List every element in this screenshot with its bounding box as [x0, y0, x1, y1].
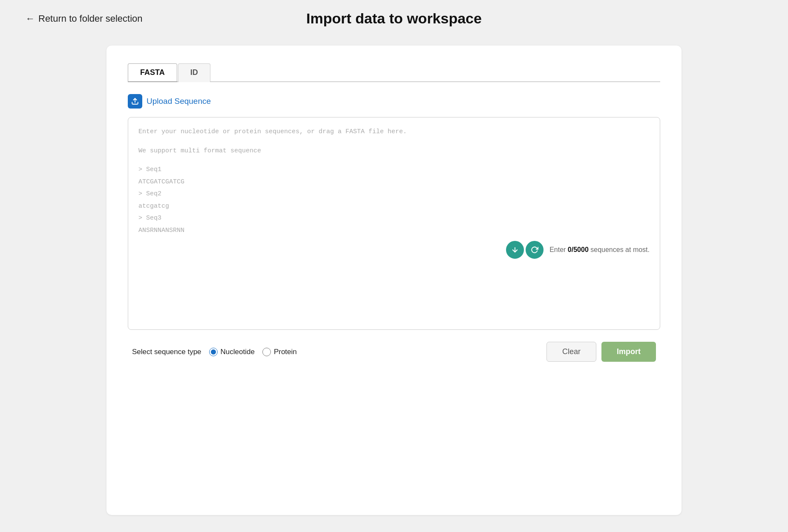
textarea-icon-buttons — [506, 241, 544, 259]
download-sequences-button[interactable] — [506, 241, 524, 259]
clear-button[interactable]: Clear — [546, 342, 596, 362]
tab-id[interactable]: ID — [178, 63, 210, 82]
textarea-placeholder: Enter your nucleotide or protein sequenc… — [138, 126, 650, 237]
page-title: Import data to workspace — [306, 10, 482, 27]
sequence-type-section: Select sequence type Nucleotide Protein — [132, 348, 297, 356]
page-header: ← Return to folder selection Import data… — [0, 0, 788, 37]
upload-icon — [128, 94, 142, 109]
tab-fasta[interactable]: FASTA — [128, 63, 177, 82]
import-card: FASTA ID Upload Sequence Enter your nucl… — [106, 46, 682, 515]
nucleotide-radio-label[interactable]: Nucleotide — [209, 348, 255, 356]
tab-bar: FASTA ID — [128, 63, 660, 82]
upload-sequence-label: Upload Sequence — [147, 97, 211, 106]
back-arrow-icon: ← — [26, 13, 35, 24]
main-content: FASTA ID Upload Sequence Enter your nucl… — [0, 37, 788, 532]
footer-bar: Select sequence type Nucleotide Protein … — [128, 342, 660, 362]
import-button[interactable]: Import — [601, 342, 656, 362]
action-buttons: Clear Import — [546, 342, 656, 362]
protein-radio-label[interactable]: Protein — [262, 348, 297, 356]
sequence-count: Enter 0/5000 sequences at most. — [549, 246, 650, 254]
refresh-button[interactable] — [526, 241, 544, 259]
seq-type-label: Select sequence type — [132, 348, 201, 356]
back-link[interactable]: ← Return to folder selection — [26, 13, 143, 24]
protein-label: Protein — [274, 348, 297, 356]
protein-radio[interactable] — [262, 348, 271, 356]
back-label: Return to folder selection — [38, 13, 143, 24]
sequence-input-area: Enter your nucleotide or protein sequenc… — [128, 117, 660, 330]
nucleotide-label: Nucleotide — [221, 348, 255, 356]
textarea-bottom-bar: Enter 0/5000 sequences at most. — [138, 241, 650, 259]
nucleotide-radio[interactable] — [209, 348, 218, 356]
upload-sequence-link[interactable]: Upload Sequence — [128, 94, 660, 109]
